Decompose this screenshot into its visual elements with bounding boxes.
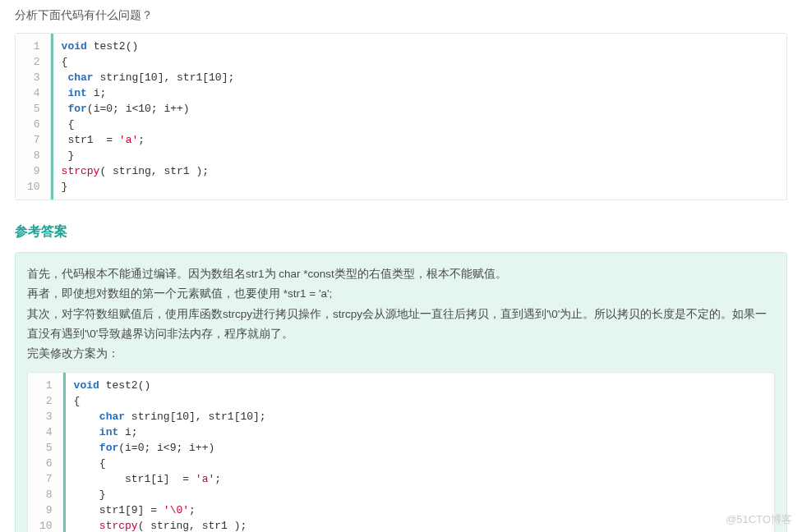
code-token: (i=0; i<9; i++) [118, 442, 214, 454]
code-line: char string[10], str1[10]; [74, 409, 766, 424]
code-token: (i=0; i<10; i++) [87, 103, 190, 115]
code-token: 'a' [119, 134, 138, 146]
answer-paragraph: 再者，即使想对数组的第一个元素赋值，也要使用 *str1 = 'a'; [27, 284, 775, 304]
code-token: int [67, 87, 93, 99]
code-token: str1 = [62, 134, 119, 146]
code-token: void [62, 40, 94, 53]
line-number: 1 [24, 39, 44, 54]
code-token: test2() [106, 379, 151, 392]
code-line: { [62, 54, 778, 70]
code-line: void test2() [74, 378, 766, 393]
code-token: 'a' [196, 473, 214, 485]
answer-paragraph: 首先，代码根本不能通过编译。因为数组名str1为 char *const类型的右… [27, 264, 775, 284]
line-number: 2 [36, 393, 56, 409]
code-token [74, 520, 99, 532]
line-number: 7 [24, 132, 44, 148]
code-token: string[10], str1[10]; [99, 71, 234, 84]
line-number: 10 [24, 179, 44, 195]
code-line: { [74, 393, 766, 409]
gutter: 12345678910 [16, 34, 51, 200]
code-line: str1[9] = '\0'; [74, 502, 766, 518]
line-number: 10 [36, 518, 56, 532]
line-number: 9 [36, 502, 56, 518]
code-line: void test2() [62, 39, 778, 54]
line-number: 4 [24, 85, 44, 101]
line-number: 9 [24, 163, 44, 179]
code-line: } [74, 487, 766, 502]
code-line: { [74, 456, 766, 471]
code-line: } [62, 179, 778, 195]
code-token: str1[9] = [74, 504, 164, 516]
code-line: int i; [62, 85, 778, 101]
code-token: void [74, 379, 106, 392]
code-token: i; [125, 426, 138, 438]
code-token: { [74, 457, 106, 470]
code-token [74, 442, 99, 454]
code-token: for [67, 103, 86, 115]
code-token: strcpy [99, 520, 138, 532]
code-token: ; [189, 504, 196, 516]
code-token: } [62, 181, 68, 193]
code-line: str1[i] = 'a'; [74, 471, 766, 487]
code-token: '\0' [164, 504, 189, 516]
code-token: { [62, 56, 68, 68]
code-token [74, 426, 99, 438]
code-token: ( string, str1 ); [138, 520, 247, 532]
code-line: { [62, 117, 778, 132]
answer-paragraph: 其次，对字符数组赋值后，使用库函数strcpy进行拷贝操作，strcpy会从源地… [27, 305, 775, 345]
line-number: 8 [36, 487, 56, 502]
line-number: 1 [36, 378, 56, 393]
line-number: 5 [36, 440, 56, 456]
line-number: 6 [24, 117, 44, 132]
code-token: ; [214, 473, 221, 485]
code-line: str1 = 'a'; [62, 132, 778, 148]
code-line: } [62, 148, 778, 163]
code-token: test2() [94, 40, 139, 53]
code-token: string[10], str1[10]; [131, 410, 266, 423]
code-token [74, 410, 99, 423]
code-token: ; [138, 134, 145, 146]
code-line: for(i=0; i<10; i++) [62, 101, 778, 117]
question-title: 分析下面代码有什么问题？ [15, 8, 787, 23]
line-number: 3 [24, 70, 44, 85]
code-line: int i; [74, 424, 766, 440]
code-lines: void test2(){ char string[10], str1[10];… [63, 373, 774, 532]
code-token: for [99, 442, 118, 454]
line-number: 5 [24, 101, 44, 117]
answer-text: 首先，代码根本不能通过编译。因为数组名str1为 char *const类型的右… [27, 264, 775, 364]
line-number: 6 [36, 456, 56, 471]
code-token: ( string, str1 ); [99, 165, 209, 177]
code-token: { [62, 118, 75, 131]
line-number: 4 [36, 424, 56, 440]
answer-heading: 参考答案 [15, 223, 787, 241]
line-number: 2 [24, 54, 44, 70]
line-number: 8 [24, 148, 44, 163]
code-token: char [99, 410, 131, 423]
gutter: 1234567891011 [28, 373, 63, 532]
code-token: { [74, 395, 81, 407]
code-block-answer: 1234567891011 void test2(){ char string[… [27, 372, 775, 532]
code-token: } [62, 149, 75, 162]
code-token: str1[i] = [74, 473, 196, 485]
code-line: char string[10], str1[10]; [62, 70, 778, 85]
answer-paragraph: 完美修改方案为： [27, 344, 775, 364]
code-token: i; [94, 87, 107, 99]
line-number: 7 [36, 471, 56, 487]
code-line: strcpy( string, str1 ); [62, 163, 778, 179]
code-line: strcpy( string, str1 ); [74, 518, 766, 532]
code-token: int [99, 426, 125, 438]
code-token: char [67, 71, 99, 84]
code-lines: void test2(){ char string[10], str1[10];… [51, 34, 786, 200]
code-line: for(i=0; i<9; i++) [74, 440, 766, 456]
code-token: strcpy [62, 165, 100, 177]
answer-box: 首先，代码根本不能通过编译。因为数组名str1为 char *const类型的右… [15, 252, 787, 532]
code-block-question: 12345678910 void test2(){ char string[10… [15, 33, 787, 200]
code-token: } [74, 488, 106, 501]
line-number: 3 [36, 409, 56, 424]
